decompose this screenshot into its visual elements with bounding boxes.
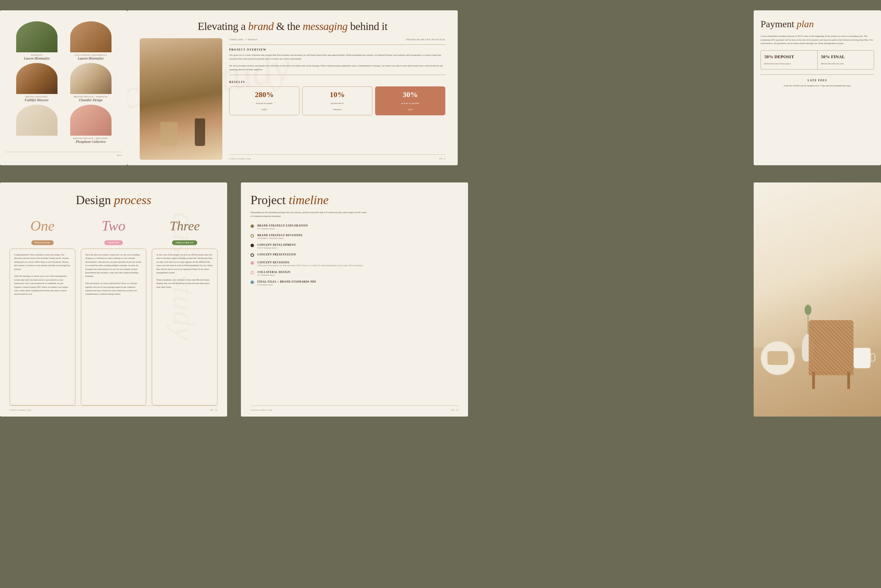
portfolio-item-1: WEBSITE Lauren Minimalist (11, 21, 62, 60)
timeline-item-6: COLLATERAL DESIGN (3-7 business days) (250, 271, 458, 276)
chair (809, 320, 854, 389)
food (767, 351, 788, 365)
step1-script: One (30, 219, 54, 233)
portfolio-label-main-6: Phosphene Collective (76, 140, 106, 144)
slide-photo (754, 183, 881, 417)
slide4-footer-page: PG. 12 (210, 409, 217, 411)
overview-title: PROJECT OVERVIEW (229, 48, 445, 51)
chair-leg-left (812, 372, 815, 389)
process-step-implement: Three IMPLEMENT At the close of the proj… (152, 216, 217, 405)
result-box-2: 10% growth rate infollowers (302, 86, 372, 116)
result-number-2: 10% (307, 90, 368, 99)
late-fees-title: LATE FEES (761, 79, 874, 82)
overview-text2: We also provided creative and brand voic… (229, 64, 445, 71)
chair-leg-right (847, 372, 850, 389)
slide2-footer: ROWEN-STUDIO.COM PG. 9 (229, 154, 445, 160)
slide5-footer-url: ROWEN-STUDIO.COM (250, 409, 272, 411)
timeline-title-5: CONCEPT REVISIONS (258, 261, 363, 264)
timeline-title-4: CONCEPT PRESENTATION (258, 253, 296, 256)
deposit-pct: 50% DEPOSIT (764, 54, 814, 60)
slide-portfolio: WEBSITE Lauren Minimalist COLLATERAL MAT… (0, 10, 127, 165)
payment-deposit: 50% DEPOSIT Before the start of the proj… (761, 51, 818, 69)
slide2-footer-page: PG. 9 (439, 158, 445, 160)
result-number-3: 30% (380, 90, 441, 99)
timeline-subtitle-2: (if needed 1-2 business days) (258, 237, 303, 239)
mug (854, 348, 871, 368)
portfolio-label-main-4: Chandler Design (79, 98, 103, 102)
step3-number: Three (171, 216, 199, 236)
results-boxes: 280% increase in organictraffic 10% grow… (229, 86, 445, 116)
timeline-subtitle-6: (3-7 business days) (258, 274, 291, 276)
portfolio-item-3: BRAND IMAGERY Faithful Skincare (11, 63, 62, 102)
step3-box: At the close of the project, we pick an … (152, 249, 217, 405)
timeline-dot-1 (250, 225, 254, 228)
step3-script: Three (170, 219, 199, 232)
slide1-footer-page: PG. 8 (117, 154, 122, 156)
step2-script: Two (102, 219, 125, 233)
plate (761, 341, 795, 375)
portfolio-label-main-3: Faithful Skincare (25, 98, 48, 102)
slide-payment: Payment plan A non-refundable branding d… (754, 10, 881, 165)
timeline-item-7: FINAL FILES + BRAND STANDARDS PDF (5 bus… (250, 280, 458, 286)
step2-box: Once the discovery phase is approved, we… (81, 249, 147, 405)
timeline-items: BRAND STRATEGY EXPLORATION (5-7 business… (250, 224, 458, 286)
timeline-title-2: BRAND STRATEGY REVISIONS (258, 234, 303, 237)
slide-timeline: Project timeline Depending on the brandi… (241, 183, 468, 417)
step2-number: Two (100, 216, 127, 236)
timeline-content-2: BRAND STRATEGY REVISIONS (if needed 1-2 … (258, 234, 303, 239)
slide3-body-text: A non-refundable branding deposit of 50%… (761, 34, 874, 45)
timeline-label: TIMELINE: 7 WEEKS (229, 38, 258, 41)
late-fees-text: A late fee of $100 will be charged every… (761, 84, 874, 87)
payment-split: 50% DEPOSIT Before the start of the proj… (761, 50, 874, 69)
result-label-3: increase in qualifiedleads (401, 102, 420, 111)
slide5-title: Project timeline (250, 193, 458, 207)
step3-text: At the close of the project, we pick an … (156, 253, 213, 289)
timeline-item-5: CONCEPT REVISIONS (This part of the proj… (250, 261, 458, 267)
portfolio-item-4: BRAND DESIGN / WEBSITE Chandler Design (65, 63, 116, 102)
deposit-desc: Before the start of the project (764, 62, 791, 65)
slide5-subtitle: Depending on the branding package that y… (250, 211, 367, 218)
package-label: PREMIUM BRAND PACKAGE (406, 38, 445, 41)
step3-badge: IMPLEMENT (172, 240, 197, 245)
timeline-item-1: BRAND STRATEGY EXPLORATION (5-7 business… (250, 224, 458, 230)
step1-text: Congratulations! You've decided to take … (14, 253, 71, 296)
timeline-item-2: BRAND STRATEGY REVISIONS (if needed 1-2 … (250, 234, 458, 239)
slide4-footer: ROWEN-STUDIO.COM PG. 12 (10, 405, 217, 411)
timeline-title-7: FINAL FILES + BRAND STANDARDS PDF (258, 280, 316, 284)
slide5-footer-page: PG. 13 (451, 409, 458, 411)
slide2-meta: TIMELINE: 7 WEEKS PREMIUM BRAND PACKAGE (229, 38, 445, 41)
slide2-footer-url: ROWEN-STUDIO.COM (229, 158, 251, 160)
chair-back (809, 320, 854, 375)
timeline-dot-3 (250, 244, 254, 247)
portfolio-image-5 (16, 105, 57, 136)
results-title: RESULTS (229, 81, 445, 84)
result-box-1: 280% increase in organictraffic (229, 86, 300, 116)
slide3-title: Payment plan (761, 19, 874, 30)
final-pct: 50% FINAL (821, 54, 871, 60)
timeline-subtitle-1: (5-7 business days) (258, 227, 308, 230)
result-number-1: 280% (234, 90, 295, 99)
timeline-title-6: COLLATERAL DESIGN (258, 271, 291, 274)
portfolio-item-5 (11, 105, 62, 144)
step1-number: One (28, 216, 56, 236)
step1-badge: DISCOVER (31, 240, 54, 245)
timeline-item-3: CONCEPT DEVELOPMENT (10-15 business days… (250, 243, 458, 249)
portfolio-item-2: COLLATERAL MATERIALS Lauren Minimalist (65, 21, 116, 60)
timeline-dot-2 (250, 234, 254, 237)
result-label-2: growth rate infollowers (331, 102, 343, 111)
slide2-main-image (140, 38, 222, 160)
portfolio-image-4 (70, 63, 111, 94)
mug-handle (871, 353, 875, 362)
timeline-content-3: CONCEPT DEVELOPMENT (10-15 business days… (258, 243, 296, 249)
timeline-subtitle-3: (10-15 business days) (258, 246, 296, 249)
slide4-title: Design process (10, 193, 217, 207)
leaf (805, 304, 812, 315)
step2-badge: CREATE (104, 240, 123, 245)
timeline-content-7: FINAL FILES + BRAND STANDARDS PDF (5 bus… (258, 280, 316, 286)
portfolio-label-small-2: COLLATERAL MATERIALS (74, 54, 107, 57)
portfolio-item-6: BRAND DESIGN / IMAGERY Phosphene Collect… (65, 105, 116, 144)
slide5-footer: ROWEN-STUDIO.COM PG. 13 (250, 405, 458, 411)
result-box-3: 30% increase in qualifiedleads (375, 86, 445, 116)
timeline-title-1: BRAND STRATEGY EXPLORATION (258, 224, 308, 227)
timeline-content-5: CONCEPT REVISIONS (This part of the proj… (258, 261, 363, 267)
